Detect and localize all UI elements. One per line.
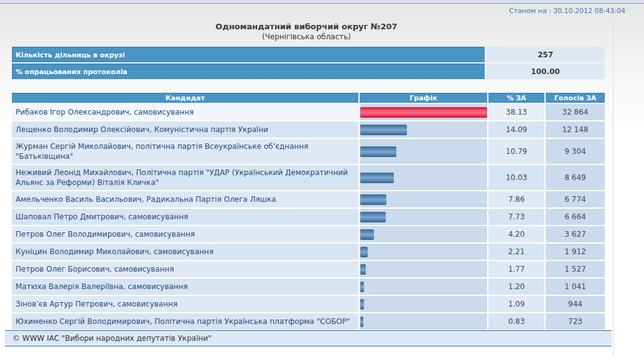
candidate-votes: 6 774 (546, 191, 605, 207)
candidate-name: Неживий Леонід Михайлович, Політична пар… (12, 165, 358, 190)
candidate-percent: 0.83 (488, 313, 544, 330)
candidate-percent: 10.79 (488, 139, 544, 164)
table-row: Журман Сергій Миколайович, політична пар… (12, 139, 605, 164)
column-header-candidate: Кандидат (12, 93, 358, 103)
candidate-percent: 14.09 (488, 121, 544, 138)
table-row: Неживий Леонід Михайлович, Політична пар… (12, 165, 605, 190)
column-header-votes: Голосів ЗА (546, 93, 605, 103)
candidate-percent: 1.09 (488, 296, 544, 312)
candidate-name: Петров Олег Борисович, самовисування (12, 261, 358, 277)
candidate-result-bar (360, 194, 386, 205)
candidate-votes: 12 148 (546, 121, 605, 138)
candidate-result-bar (360, 107, 487, 118)
candidate-result-bar (360, 173, 394, 183)
candidate-bar-cell (360, 226, 487, 242)
candidate-bar-cell (360, 244, 487, 260)
table-row: Петров Олег Володимирович, самовисування… (12, 226, 605, 242)
summary-value: 257 (486, 47, 605, 62)
summary-label: Кількість дільниць в окрузі (12, 47, 485, 62)
summary-row: Кількість дільниць в окрузі 257 (12, 47, 605, 62)
content-right-divider (613, 21, 614, 357)
candidate-name: Петров Олег Володимирович, самовисування (12, 226, 358, 242)
candidate-name: Куніцин Володимир Миколайович, самовисув… (12, 244, 358, 260)
candidate-name: Журман Сергій Миколайович, політична пар… (12, 139, 358, 164)
candidate-name: Зінов’єв Артур Петрович, самовисування (12, 296, 358, 312)
candidate-votes: 944 (546, 296, 605, 312)
results-table-body: Рибаков Ігор Олександрович, самовисуванн… (12, 104, 605, 330)
table-row: Амельченко Василь Васильович, Радикальна… (12, 191, 605, 207)
table-row: Лещенко Володимир Олексійович, Комуністи… (12, 121, 605, 138)
candidate-percent: 7.86 (488, 191, 544, 207)
candidate-bar-cell (360, 313, 487, 330)
candidate-percent: 2.21 (488, 244, 544, 260)
status-timestamp: Станом на : 30.10.2012 08:43:04 (509, 7, 625, 15)
candidate-votes: 32 864 (546, 104, 605, 120)
candidate-result-bar (360, 282, 364, 292)
column-header-percent: % ЗА (488, 93, 544, 103)
candidate-bar-cell (360, 278, 487, 295)
results-table-header: Кандидат Графік % ЗА Голосів ЗА (12, 93, 605, 103)
page-subtitle: (Чернігівська область) (0, 32, 613, 41)
candidate-result-bar (360, 299, 364, 310)
candidate-bar-cell (360, 121, 487, 138)
candidate-name: Лещенко Володимир Олексійович, Комуністи… (12, 121, 358, 138)
candidate-votes: 1 527 (546, 261, 605, 277)
candidate-votes: 6 664 (546, 209, 605, 225)
table-row: Рибаков Ігор Олександрович, самовисуванн… (12, 104, 605, 120)
candidate-result-bar (360, 229, 374, 240)
summary-row: % опрацьованих протоколів 100.00 (12, 64, 605, 79)
summary-value: 100.00 (486, 64, 605, 79)
candidate-result-bar (360, 212, 386, 222)
candidate-result-bar (360, 264, 366, 275)
candidate-result-bar (360, 247, 368, 257)
page-title: Одномандатний виборчий округ №207 (0, 22, 613, 31)
footer-copyright: © WWW IAC "Вибори народних депутатів Укр… (5, 330, 612, 346)
candidate-result-bar (360, 317, 363, 327)
candidate-bar-cell (360, 261, 487, 277)
results-table: Кандидат Графік % ЗА Голосів ЗА Рибаков … (12, 93, 605, 330)
candidate-votes: 8 649 (546, 165, 605, 190)
table-row: Зінов’єв Артур Петрович, самовисування 1… (12, 296, 605, 312)
candidate-name: Амельченко Василь Васильович, Радикальна… (12, 191, 358, 207)
top-strip (0, 0, 644, 4)
summary-label: % опрацьованих протоколів (12, 64, 485, 79)
candidate-votes: 3 627 (546, 226, 605, 242)
candidate-name: Рибаков Ігор Олександрович, самовисуванн… (12, 104, 358, 120)
candidate-bar-cell (360, 139, 487, 164)
candidate-name: Юхименко Сергій Володимирович, Політична… (12, 313, 358, 330)
candidate-votes: 9 304 (546, 139, 605, 164)
candidate-name: Шаповал Петро Дмитрович, самовисування (12, 209, 358, 225)
candidate-votes: 1 912 (546, 244, 605, 260)
candidate-bar-cell (360, 209, 487, 225)
candidate-percent: 4.20 (488, 226, 544, 242)
table-row: Куніцин Володимир Миколайович, самовисув… (12, 244, 605, 260)
candidate-votes: 723 (546, 313, 605, 330)
table-row: Матюха Валерія Валеріївна, самовисування… (12, 278, 605, 295)
table-row: Юхименко Сергій Володимирович, Політична… (12, 313, 605, 330)
candidate-votes: 1 041 (546, 278, 605, 295)
table-row: Петров Олег Борисович, самовисування 1.7… (12, 261, 605, 277)
candidate-bar-cell (360, 165, 487, 190)
candidate-percent: 38.13 (488, 104, 544, 120)
candidate-result-bar (360, 146, 396, 157)
candidate-bar-cell (360, 296, 487, 312)
summary-table: Кількість дільниць в окрузі 257 % опраць… (12, 47, 605, 80)
candidate-percent: 1.20 (488, 278, 544, 295)
candidate-bar-cell (360, 104, 487, 120)
candidate-percent: 10.03 (488, 165, 544, 190)
candidate-bar-cell (360, 191, 487, 207)
candidate-name: Матюха Валерія Валеріївна, самовисування (12, 278, 358, 295)
table-row: Шаповал Петро Дмитрович, самовисування 7… (12, 209, 605, 225)
column-header-graph: Графік (360, 93, 487, 103)
candidate-percent: 7.73 (488, 209, 544, 225)
candidate-percent: 1.77 (488, 261, 544, 277)
candidate-result-bar (360, 125, 407, 135)
